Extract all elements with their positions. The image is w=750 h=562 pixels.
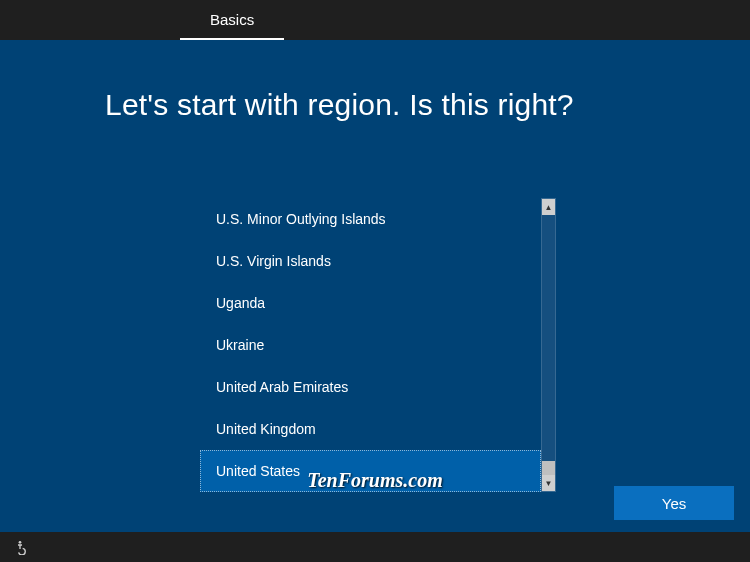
region-item-label: U.S. Minor Outlying Islands: [216, 211, 386, 227]
region-item[interactable]: U.S. Minor Outlying Islands: [200, 198, 541, 240]
region-list[interactable]: U.S. Minor Outlying IslandsU.S. Virgin I…: [200, 198, 541, 492]
scrollbar[interactable]: ▲ ▼: [541, 198, 556, 492]
region-item[interactable]: Uganda: [200, 282, 541, 324]
region-item-label: United Arab Emirates: [216, 379, 348, 395]
svg-point-0: [19, 541, 22, 544]
region-item-label: U.S. Virgin Islands: [216, 253, 331, 269]
region-item[interactable]: U.S. Virgin Islands: [200, 240, 541, 282]
scroll-down-button[interactable]: ▼: [542, 475, 555, 491]
region-item-label: Ukraine: [216, 337, 264, 353]
region-item-label: Uganda: [216, 295, 265, 311]
main-panel: Let's start with region. Is this right? …: [0, 40, 750, 532]
region-item[interactable]: United Kingdom: [200, 408, 541, 450]
accessibility-icon[interactable]: [10, 537, 30, 557]
region-list-container: U.S. Minor Outlying IslandsU.S. Virgin I…: [200, 198, 556, 492]
region-item[interactable]: United States: [200, 450, 541, 492]
bottom-bar: [0, 532, 750, 562]
tab-label: Basics: [210, 11, 254, 28]
yes-button-label: Yes: [662, 495, 686, 512]
scroll-thumb[interactable]: [542, 461, 555, 475]
region-item-label: United States: [216, 463, 300, 479]
region-item-label: United Kingdom: [216, 421, 316, 437]
scroll-track[interactable]: [542, 215, 555, 475]
top-bar: Basics: [0, 0, 750, 40]
region-item[interactable]: United Arab Emirates: [200, 366, 541, 408]
page-heading: Let's start with region. Is this right?: [105, 88, 574, 122]
yes-button[interactable]: Yes: [614, 486, 734, 520]
scroll-up-button[interactable]: ▲: [542, 199, 555, 215]
region-item[interactable]: Ukraine: [200, 324, 541, 366]
tab-basics[interactable]: Basics: [180, 0, 284, 40]
